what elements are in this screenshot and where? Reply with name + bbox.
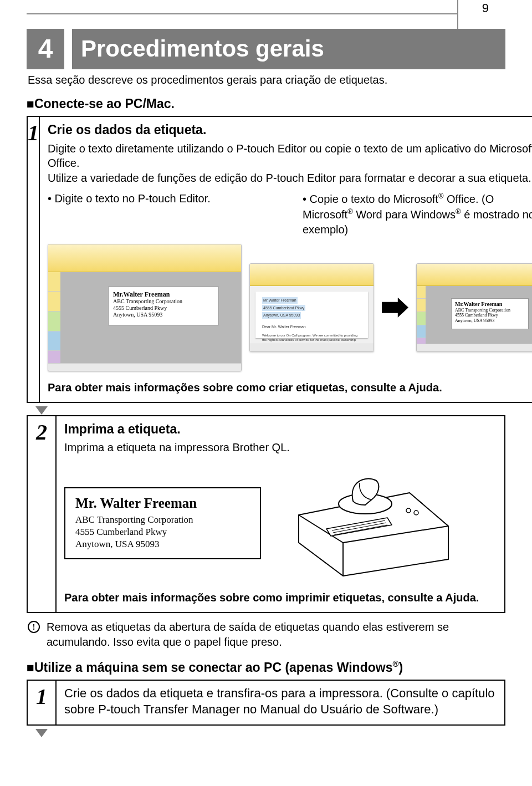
ptouch-editor-screenshot-small: Mr.Walter Freeman ABC Transporting Corpo… [416,263,532,352]
step-1-title: Crie os dados da etiqueta. [48,121,532,139]
step-2-number: 2 [27,415,57,613]
step-1-text-b: Utilize a variedade de funções de edição… [48,171,532,186]
document-page: 9 4 Procedimentos gerais Essa seção desc… [0,0,532,754]
step-1-bullets: • Digite o texto no P-touch Editor. • Co… [48,191,532,237]
step-1-text-a: Digite o texto diretamente utilizando o … [48,141,532,171]
arrow-icon [382,298,408,318]
label-preview-large: Mr.Walter Freeman ABC Transporting Corpo… [108,287,219,325]
step-1-footer: Para obter mais informações sobre como c… [48,380,532,395]
chapter-title: Procedimentos gerais [72,29,505,69]
word-screenshot: Mr.Walter Freeman 4555 Cumberland Pkwy A… [249,263,374,352]
step-3-body: Crie os dados da etiqueta e transfira-os… [57,680,505,726]
step-2-box: 2 Imprima a etiqueta. Imprima a etiqueta… [27,415,505,613]
address-line-3: Anytown, USA 95093 [75,538,250,550]
address-line-2: 4555 Cumberland Pkwy [75,526,250,538]
header-rule: 9 [27,0,505,29]
bullet-right: • Copie o texto do Microsoft® Office. (O… [303,191,532,237]
address-name: Mr. Walter Freeman [75,494,250,513]
printer-illustration [271,465,459,581]
step-2-title: Imprima a etiqueta. [64,421,497,438]
step-2-footer: Para obter mais informações sobre como i… [64,590,497,605]
address-line-1: ABC Transporting Corporation [75,514,250,526]
step-3-box: 1 Crie os dados da etiqueta e transfira-… [27,680,505,726]
step-2-body: Imprima a etiqueta. Imprima a etiqueta n… [57,415,505,613]
warning-icon: ! [28,621,40,633]
downward-triangle-icon [35,406,48,415]
downward-triangle-icon [35,729,48,737]
step-1-number: 1 [27,116,40,403]
label-preview-small: Mr.Walter Freeman ABC Transporting Corpo… [451,298,529,329]
ptouch-editor-screenshot: Mr.Walter Freeman ABC Transporting Corpo… [48,244,242,371]
step-1-body: Crie os dados da etiqueta. Digite o text… [40,116,532,403]
step-2-text: Imprima a etiqueta na impressora Brother… [64,440,497,455]
section-offline-heading: ■Utilize a máquina sem se conectar ao PC… [27,659,505,676]
page-number: 9 [482,0,489,17]
address-label: Mr. Walter Freeman ABC Transporting Corp… [64,487,261,559]
chapter-heading: 4 Procedimentos gerais [27,29,505,69]
warning-text: Remova as etiquetas da abertura de saída… [47,620,505,650]
step-3-number: 1 [27,680,57,726]
chapter-number: 4 [27,29,64,69]
bullet-left: • Digite o texto no P-touch Editor. [48,191,286,237]
screenshot-row: Mr.Walter Freeman ABC Transporting Corpo… [48,244,532,371]
section-connect-heading: ■Conecte-se ao PC/Mac. [27,95,505,113]
intro-paragraph: Essa seção descreve os procedimentos ger… [28,73,505,88]
print-illustration-row: Mr. Walter Freeman ABC Transporting Corp… [64,465,497,581]
step-1-box: 1 Crie os dados da etiqueta. Digite o te… [27,116,505,403]
step-3-text: Crie os dados da etiqueta e transfira-os… [64,685,497,718]
warning-row: ! Remova as etiquetas da abertura de saí… [28,620,505,650]
